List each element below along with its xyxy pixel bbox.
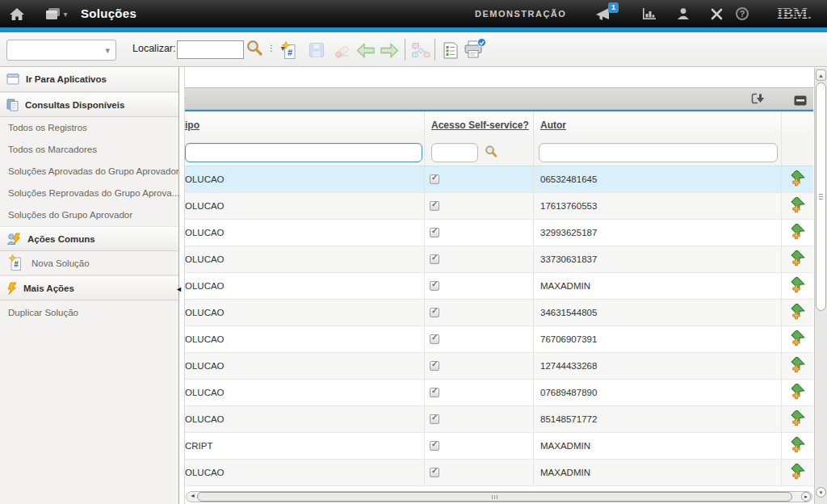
self-service-checkbox[interactable]: ✓ bbox=[430, 414, 439, 424]
cell-tipo[interactable]: OLUCAO bbox=[185, 300, 425, 326]
cell-tipo[interactable]: OLUCAO bbox=[185, 353, 425, 379]
sidebar-header-go-to-apps[interactable]: Ir Para Aplicativos bbox=[0, 67, 178, 92]
add-bookmark-icon[interactable] bbox=[789, 250, 807, 268]
cell-autor[interactable]: 33730631837 bbox=[534, 246, 782, 272]
cell-autor[interactable]: 76706907391 bbox=[534, 326, 782, 352]
download-table-icon[interactable] bbox=[750, 92, 766, 109]
cell-tipo[interactable]: OLUCAO bbox=[185, 193, 425, 219]
column-header-autor[interactable]: Autor bbox=[534, 111, 782, 139]
cell-tipo[interactable]: OLUCAO bbox=[185, 380, 425, 405]
add-bookmark-icon[interactable] bbox=[789, 304, 807, 321]
cell-tipo[interactable]: OLUCAO bbox=[185, 460, 425, 485]
self-service-checkbox[interactable]: ✓ bbox=[430, 201, 439, 211]
add-bookmark-icon[interactable] bbox=[789, 464, 807, 481]
self-service-checkbox[interactable]: ✓ bbox=[430, 281, 439, 291]
self-service-checkbox[interactable]: ✓ bbox=[430, 468, 439, 477]
column-header-self-service[interactable]: Acesso Self-service? bbox=[425, 111, 534, 139]
cell-autor[interactable]: 12744433268 bbox=[534, 353, 782, 379]
self-service-checkbox[interactable]: ✓ bbox=[430, 308, 439, 317]
apps-menu-button[interactable]: ▾ bbox=[44, 6, 69, 22]
self-service-checkbox[interactable]: ✓ bbox=[430, 441, 439, 451]
sidebar-collapse-handle[interactable]: ◄ bbox=[175, 282, 183, 296]
previous-record-button[interactable] bbox=[355, 40, 376, 61]
home-icon[interactable] bbox=[8, 6, 26, 21]
table-row[interactable]: OLUCAO ✓ 07689487890 bbox=[185, 380, 813, 406]
table-row[interactable]: CRIPT ✓ MAXADMIN bbox=[185, 433, 813, 460]
cell-tipo[interactable]: OLUCAO bbox=[185, 166, 425, 192]
self-service-checkbox[interactable]: ✓ bbox=[430, 254, 439, 264]
help-icon[interactable]: ? bbox=[733, 6, 751, 22]
sidebar-query-solucoes-do-grupo[interactable]: Soluções do Grupo Aprovador bbox=[0, 204, 178, 226]
cell-autor[interactable]: 85148571772 bbox=[534, 406, 782, 432]
cell-autor[interactable]: MAXADMIN bbox=[534, 433, 782, 459]
find-input[interactable] bbox=[177, 40, 244, 59]
horizontal-scrollbar[interactable]: ◄ ► bbox=[186, 491, 812, 502]
cell-autor[interactable]: 32993625187 bbox=[534, 220, 782, 246]
table-row[interactable]: OLUCAO ✓ 06532481645 bbox=[185, 166, 813, 193]
scroll-down-icon[interactable]: ▼ bbox=[816, 487, 826, 498]
scroll-right-icon[interactable]: ► bbox=[801, 492, 811, 502]
table-row[interactable]: OLUCAO ✓ 12744433268 bbox=[185, 353, 813, 380]
next-record-button[interactable] bbox=[379, 40, 400, 61]
profile-icon[interactable] bbox=[674, 6, 692, 22]
self-service-checkbox[interactable]: ✓ bbox=[430, 361, 439, 371]
add-bookmark-icon[interactable] bbox=[789, 384, 807, 401]
sidebar-header-available-queries[interactable]: Consultas Disponíveis bbox=[0, 92, 178, 117]
vertical-scrollbar[interactable]: ▲ ▼ bbox=[814, 68, 827, 504]
sidebar-query-todos-os-marcadores[interactable]: Todos os Marcadores bbox=[0, 139, 178, 161]
table-row[interactable]: OLUCAO ✓ 85148571772 bbox=[185, 406, 813, 433]
add-bookmark-icon[interactable] bbox=[789, 277, 807, 295]
self-service-checkbox[interactable]: ✓ bbox=[430, 334, 439, 344]
add-bookmark-icon[interactable] bbox=[789, 197, 807, 215]
sidebar-header-more-actions[interactable]: Mais Ações bbox=[0, 275, 178, 300]
cell-autor[interactable]: MAXADMIN bbox=[534, 460, 782, 485]
horizontal-scrollbar-thumb[interactable] bbox=[197, 492, 792, 502]
cell-autor[interactable]: 06532481645 bbox=[534, 166, 782, 192]
close-icon[interactable] bbox=[707, 6, 725, 22]
sidebar-action-duplicar-solucao[interactable]: Duplicar Solução bbox=[0, 300, 178, 325]
search-icon[interactable] bbox=[244, 38, 265, 59]
column-header-tipo[interactable]: ipo bbox=[185, 111, 425, 139]
table-row[interactable]: OLUCAO ✓ MAXADMIN bbox=[185, 273, 813, 300]
cell-tipo[interactable]: OLUCAO bbox=[185, 246, 425, 272]
add-bookmark-icon[interactable] bbox=[789, 330, 807, 348]
scroll-up-icon[interactable]: ▲ bbox=[816, 69, 826, 81]
vertical-scrollbar-thumb[interactable] bbox=[816, 82, 826, 311]
table-row[interactable]: OLUCAO ✓ 34631544805 bbox=[185, 300, 813, 326]
filter-search-icon[interactable] bbox=[484, 145, 498, 162]
table-row[interactable]: OLUCAO ✓ 17613760553 bbox=[185, 193, 813, 220]
cell-autor[interactable]: 07689487890 bbox=[534, 380, 782, 405]
cell-tipo[interactable]: OLUCAO bbox=[185, 406, 425, 432]
cell-autor[interactable]: MAXADMIN bbox=[534, 273, 782, 299]
table-row[interactable]: OLUCAO ✓ 32993625187 bbox=[185, 220, 813, 246]
charts-icon[interactable] bbox=[640, 6, 657, 22]
cell-tipo[interactable]: OLUCAO bbox=[185, 326, 425, 352]
add-bookmark-icon[interactable] bbox=[789, 437, 807, 455]
table-row[interactable]: OLUCAO ✓ 76706907391 bbox=[185, 326, 813, 353]
sidebar-header-common-actions[interactable]: Ações Comuns bbox=[0, 226, 178, 251]
cell-tipo[interactable]: CRIPT bbox=[185, 433, 425, 459]
minimize-table-icon[interactable] bbox=[794, 94, 807, 109]
cell-tipo[interactable]: OLUCAO bbox=[185, 273, 425, 299]
sidebar-query-solucoes-aprovadas[interactable]: Soluções Aprovadas do Grupo Aprovador bbox=[0, 161, 178, 183]
sidebar-action-nova-solucao[interactable]: # Nova Solução bbox=[0, 251, 178, 275]
self-service-checkbox[interactable]: ✓ bbox=[430, 228, 439, 237]
add-bookmark-icon[interactable] bbox=[789, 224, 807, 242]
reports-button[interactable] bbox=[440, 40, 461, 61]
sidebar-query-todos-os-registros[interactable]: Todos os Registros bbox=[0, 117, 178, 139]
filter-input-autor[interactable] bbox=[539, 143, 778, 162]
table-row[interactable]: OLUCAO ✓ 33730631837 bbox=[185, 246, 813, 273]
add-bookmark-icon[interactable] bbox=[789, 170, 807, 188]
scroll-left-icon[interactable]: ◄ bbox=[190, 493, 195, 498]
add-bookmark-icon[interactable] bbox=[789, 410, 807, 428]
sidebar-query-solucoes-reprovadas[interactable]: Soluções Reprovadas do Grupo Aprova... bbox=[0, 183, 178, 204]
query-select[interactable]: ▾ bbox=[6, 40, 116, 61]
self-service-checkbox[interactable]: ✓ bbox=[430, 388, 439, 397]
cell-tipo[interactable]: OLUCAO bbox=[185, 220, 425, 246]
self-service-checkbox[interactable]: ✓ bbox=[430, 174, 439, 184]
filter-input-tipo[interactable] bbox=[185, 143, 422, 162]
print-button[interactable] bbox=[463, 40, 484, 61]
add-bookmark-icon[interactable] bbox=[789, 357, 807, 375]
notification-badge[interactable]: 1 bbox=[608, 2, 619, 13]
new-record-button[interactable]: # bbox=[279, 40, 300, 61]
